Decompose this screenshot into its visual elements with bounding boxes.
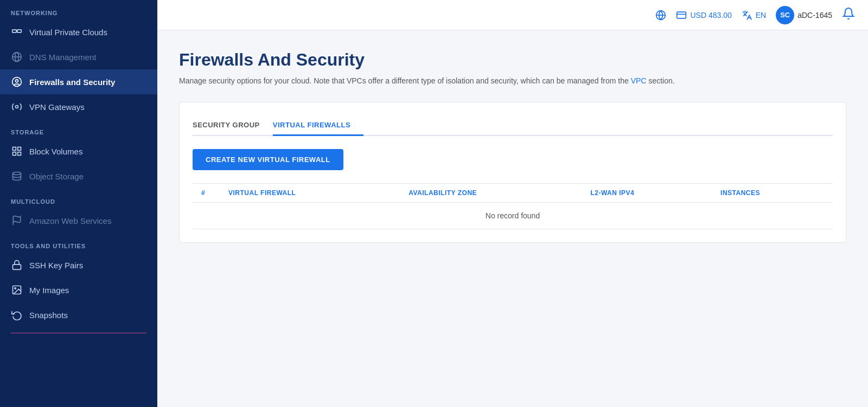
sidebar-item-object-storage[interactable]: Object Storage	[0, 164, 157, 189]
svg-rect-10	[18, 147, 21, 151]
sidebar-item-vpn-label: VPN Gateways	[29, 102, 85, 112]
sidebar-item-snapshots-label: Snapshots	[29, 311, 68, 320]
sidebar-item-dns[interactable]: DNS Management	[0, 44, 157, 69]
svg-rect-12	[18, 152, 21, 156]
svg-rect-20	[677, 12, 686, 18]
tab-virtual-firewalls[interactable]: VIRTUAL FIREWALLS	[273, 115, 363, 136]
sidebar-section-storage: STORAGE	[0, 119, 157, 139]
svg-point-7	[16, 80, 18, 82]
sidebar-item-images-label: My Images	[29, 286, 69, 295]
vpn-icon	[11, 101, 23, 113]
svg-rect-0	[12, 30, 17, 33]
bell-icon	[842, 7, 855, 20]
sidebar-item-block-volumes[interactable]: Block Volumes	[0, 139, 157, 164]
sidebar-section-multicloud: MULTICLOUD	[0, 189, 157, 208]
no-record-cell: No record found	[193, 203, 833, 229]
vpc-link[interactable]: VPC	[631, 76, 647, 85]
col-l2wan-ipv4: L2-WAN IPv4	[582, 184, 712, 203]
sidebar-item-block-volumes-label: Block Volumes	[29, 147, 82, 156]
main-content: USD 483.00 EN SC aDC-1645 Firewalls And …	[157, 0, 868, 407]
tab-security-group[interactable]: SECURITY GROUP	[193, 115, 273, 136]
globe-button[interactable]	[655, 10, 666, 21]
svg-rect-1	[17, 30, 22, 33]
page-subtitle: Manage security options for your cloud. …	[179, 75, 846, 87]
sidebar-item-dns-label: DNS Management	[29, 53, 96, 62]
vpc-icon	[11, 26, 23, 38]
sidebar-item-images[interactable]: My Images	[0, 277, 157, 302]
sidebar-divider	[11, 333, 146, 333]
snapshots-icon	[11, 309, 23, 321]
avatar: SC	[776, 6, 794, 24]
translate-icon	[742, 10, 752, 21]
username-label: aDC-1645	[797, 11, 832, 20]
create-firewall-button[interactable]: CREATE NEW VIRTUAL FIREWALL	[193, 149, 343, 170]
currency-value: USD 483.00	[690, 11, 731, 20]
sidebar-section-tools: TOOLS AND UTILITIES	[0, 233, 157, 253]
col-availability-zone: AVAILABILITY ZONE	[400, 184, 582, 203]
sidebar: NETWORKING Virtual Private Clouds DNS Ma…	[0, 0, 157, 407]
object-storage-icon	[11, 170, 23, 182]
col-hash: #	[193, 184, 220, 203]
block-volumes-icon	[11, 145, 23, 157]
sidebar-item-ssh[interactable]: SSH Key Pairs	[0, 253, 157, 277]
sidebar-section-networking: NETWORKING	[0, 0, 157, 20]
aws-icon	[11, 215, 23, 227]
svg-rect-11	[13, 152, 16, 156]
sidebar-item-snapshots[interactable]: Snapshots	[0, 302, 157, 327]
page-body: Firewalls And Security Manage security o…	[157, 30, 868, 407]
subtitle-text-end: section.	[648, 76, 674, 85]
svg-rect-15	[13, 264, 21, 269]
col-virtual-firewall: VIRTUAL FIREWALL	[220, 184, 400, 203]
sidebar-item-firewalls[interactable]: Firewalls and Security	[0, 69, 157, 94]
user-profile-button[interactable]: SC aDC-1645	[776, 6, 832, 24]
sidebar-item-aws[interactable]: Amazon Web Services	[0, 208, 157, 233]
sidebar-item-object-storage-label: Object Storage	[29, 172, 84, 181]
notifications-button[interactable]	[842, 7, 855, 23]
language-value: EN	[756, 11, 766, 20]
subtitle-text-start: Manage security options for your cloud. …	[179, 76, 629, 85]
col-instances: INSTANCES	[712, 184, 833, 203]
currency-button[interactable]: USD 483.00	[676, 10, 731, 21]
sidebar-item-vpn[interactable]: VPN Gateways	[0, 94, 157, 119]
dns-icon	[11, 51, 23, 63]
topbar: USD 483.00 EN SC aDC-1645	[157, 0, 868, 30]
firewalls-table: # VIRTUAL FIREWALL AVAILABILITY ZONE L2-…	[193, 183, 833, 229]
no-record-row: No record found	[193, 203, 833, 229]
sidebar-item-vpc-label: Virtual Private Clouds	[29, 28, 107, 37]
sidebar-item-aws-label: Amazon Web Services	[29, 216, 111, 225]
page-title: Firewalls And Security	[179, 50, 846, 70]
currency-icon	[676, 10, 687, 21]
sidebar-item-ssh-label: SSH Key Pairs	[29, 261, 83, 270]
tabs: SECURITY GROUP VIRTUAL FIREWALLS	[193, 115, 833, 136]
main-card: SECURITY GROUP VIRTUAL FIREWALLS CREATE …	[179, 102, 846, 243]
svg-point-13	[13, 172, 21, 175]
svg-rect-9	[13, 147, 16, 151]
language-button[interactable]: EN	[742, 10, 766, 21]
globe-icon	[655, 10, 666, 21]
ssh-icon	[11, 259, 23, 271]
images-icon	[11, 284, 23, 296]
svg-point-17	[15, 288, 16, 289]
svg-point-8	[16, 106, 18, 108]
sidebar-item-vpc[interactable]: Virtual Private Clouds	[0, 20, 157, 44]
sidebar-item-firewalls-label: Firewalls and Security	[29, 77, 115, 87]
firewalls-icon	[11, 76, 23, 88]
